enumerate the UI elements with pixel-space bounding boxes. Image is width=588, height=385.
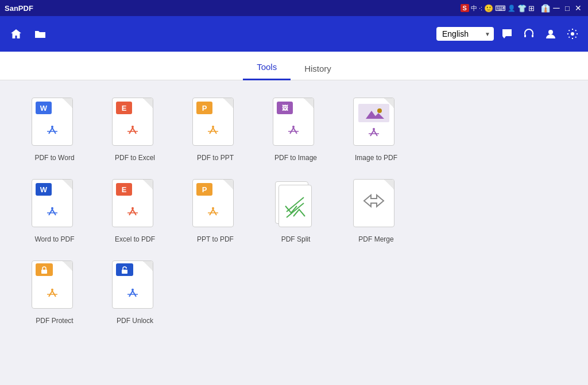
word-to-pdf-label: Word to PDF — [34, 235, 74, 243]
pdf-split-label: PDF Split — [281, 235, 311, 243]
ppt-to-pdf-doc: P — [192, 179, 234, 227]
svg-point-3 — [571, 32, 574, 36]
titlebar: SanPDF S 中 ·: 🙂 ⌨ 👤 👕 ⊞ 👔 ─ □ ✕ — [0, 0, 588, 16]
pdf-icon — [44, 284, 60, 304]
image-badge: 🖼 — [277, 102, 293, 114]
minimize-button[interactable]: ─ — [551, 3, 562, 13]
tool-excel-to-pdf[interactable]: E Excel to PDF — [103, 179, 167, 243]
image-to-pdf-doc — [353, 98, 394, 146]
pdf-to-word-doc: W — [32, 98, 73, 146]
tool-pdf-protect[interactable]: PDF Protect — [23, 260, 86, 325]
tool-image-to-pdf[interactable]: Image to PDF — [345, 98, 408, 162]
tools-row-2: W Word to PDF — [23, 179, 565, 243]
pdf-icon — [125, 121, 141, 141]
sogou-grid-icon: ⊞ — [528, 4, 535, 13]
tool-pdf-unlock[interactable]: PDF Unlock — [103, 260, 167, 325]
close-button[interactable]: ✕ — [573, 3, 583, 13]
language-dropdown[interactable]: English Chinese Japanese — [436, 27, 494, 41]
pdf-to-excel-doc: E — [112, 98, 153, 146]
pdf-to-excel-label: PDF to Excel — [115, 154, 155, 162]
svg-point-12 — [51, 207, 53, 209]
svg-point-2 — [548, 30, 553, 34]
tab-tools[interactable]: Tools — [243, 55, 291, 80]
word-badge: W — [36, 102, 52, 114]
settings-icon[interactable] — [564, 25, 581, 42]
tool-pdf-split[interactable]: PDF Split — [264, 179, 327, 243]
svg-point-10 — [377, 108, 382, 113]
pdf-protect-doc — [32, 260, 73, 309]
pdf-to-image-doc: 🖼 — [273, 98, 314, 146]
pdf-split-doc — [273, 179, 314, 227]
tool-pdf-to-image[interactable]: 🖼 PDF to Image — [264, 98, 327, 162]
ppt-to-pdf-label: PPT to PDF — [197, 235, 234, 243]
unlock-badge — [116, 263, 133, 276]
svg-point-4 — [51, 126, 53, 128]
toolbar-right: English Chinese Japanese ▼ — [436, 25, 581, 42]
home-button[interactable] — [7, 25, 25, 43]
svg-point-16 — [51, 289, 53, 291]
tool-pdf-to-word[interactable]: W PDF to Word — [23, 98, 86, 162]
headphones-icon[interactable] — [520, 25, 537, 42]
folder-button[interactable] — [31, 25, 49, 43]
svg-point-14 — [212, 207, 214, 209]
svg-rect-17 — [122, 270, 127, 274]
language-selector[interactable]: English Chinese Japanese ▼ — [436, 27, 494, 41]
svg-point-6 — [212, 126, 214, 128]
word-badge: W — [36, 183, 52, 196]
sogou-s-icon: S — [461, 4, 469, 12]
tools-row-1: W PDF to Word — [23, 98, 565, 162]
excel-to-pdf-label: Excel to PDF — [115, 235, 155, 243]
sogou-person-icon: 👤 — [508, 5, 516, 12]
svg-point-5 — [131, 126, 134, 128]
chat-icon[interactable] — [498, 25, 516, 42]
excel-badge: E — [116, 183, 132, 196]
pdf-to-image-label: PDF to Image — [274, 154, 317, 162]
svg-rect-15 — [41, 270, 47, 274]
pdf-merge-doc — [353, 179, 394, 227]
pdf-merge-label: PDF Merge — [358, 235, 393, 243]
tool-pdf-to-excel[interactable]: E PDF to Excel — [103, 98, 167, 162]
shirt-icon[interactable]: 👔 — [540, 3, 551, 13]
tab-history[interactable]: History — [291, 57, 345, 80]
app-title: SanPDF — [5, 4, 33, 13]
svg-point-18 — [131, 289, 134, 291]
tools-grid: W PDF to Word — [23, 98, 565, 325]
svg-point-13 — [131, 207, 134, 209]
image-preview — [358, 104, 389, 122]
tool-ppt-to-pdf[interactable]: P PPT to PDF — [184, 179, 247, 243]
maximize-button[interactable]: □ — [562, 3, 572, 13]
tool-pdf-merge[interactable]: PDF Merge — [345, 179, 408, 243]
sogou-keyboard-icon: ⌨ — [495, 4, 506, 13]
image-to-pdf-label: Image to PDF — [355, 154, 397, 162]
excel-to-pdf-doc: E — [112, 179, 153, 227]
sogou-emoji-icon: 🙂 — [484, 4, 493, 13]
pdf-to-ppt-label: PDF to PPT — [197, 154, 234, 162]
pdf-icon — [44, 121, 60, 141]
toolbar: English Chinese Japanese ▼ — [0, 16, 588, 52]
protect-badge — [36, 263, 53, 276]
sogou-dot-icon: ·: — [479, 5, 482, 11]
pdf-icon — [44, 203, 60, 222]
ppt-badge: P — [196, 183, 212, 196]
titlebar-controls: S 中 ·: 🙂 ⌨ 👤 👕 ⊞ 👔 ─ □ ✕ — [461, 3, 583, 13]
svg-point-11 — [373, 128, 375, 130]
pdf-icon — [205, 121, 221, 141]
pdf-icon — [366, 123, 382, 143]
pdf-protect-label: PDF Protect — [36, 317, 73, 325]
pdf-icon — [125, 203, 141, 222]
main-content: W PDF to Word — [0, 80, 588, 385]
svg-rect-1 — [532, 34, 533, 37]
tool-word-to-pdf[interactable]: W Word to PDF — [23, 179, 86, 243]
excel-badge: E — [116, 102, 132, 114]
pdf-to-ppt-doc: P — [192, 98, 234, 146]
pdf-icon — [205, 203, 221, 222]
tool-pdf-to-ppt[interactable]: P PDF to PPT — [184, 98, 247, 162]
pdf-to-word-label: PDF to Word — [34, 154, 74, 162]
pdf-icon — [285, 121, 301, 141]
user-icon[interactable] — [542, 25, 559, 42]
pdf-icon — [125, 284, 141, 304]
tools-row-3: PDF Protect — [23, 260, 565, 325]
word-to-pdf-doc: W — [32, 179, 73, 227]
svg-rect-0 — [524, 34, 526, 37]
svg-point-7 — [292, 126, 295, 128]
